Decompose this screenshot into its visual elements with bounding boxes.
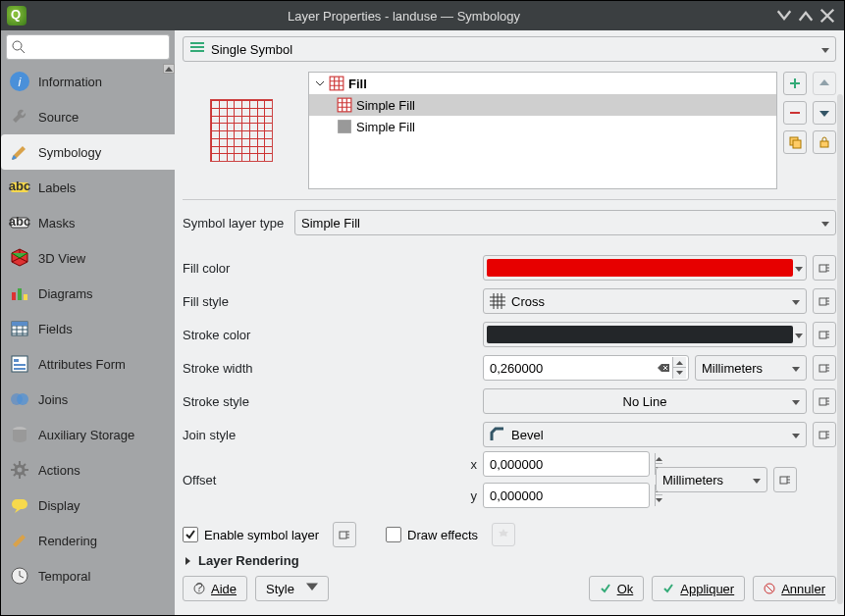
data-defined-button[interactable] [773,467,797,492]
fill-style-label: Fill style [183,294,477,309]
spin-up[interactable] [656,453,662,464]
wrench-icon [9,106,30,128]
move-down-button[interactable] [813,101,836,125]
sidebar-item-diagrams[interactable]: Diagrams [1,276,175,311]
offset-x-input[interactable] [490,457,655,472]
data-defined-button[interactable] [813,322,836,347]
svg-rect-13 [14,359,19,362]
sidebar-item-labels[interactable]: abc Labels [1,170,175,205]
data-defined-button[interactable] [813,255,836,281]
close-button[interactable] [817,5,838,26]
sidebar-item-temporal[interactable]: Temporal [1,558,175,593]
label-icon: abc [9,177,30,198]
join-style-combo[interactable]: Bevel [483,422,807,447]
sidebar-item-auxstorage[interactable]: Auxiliary Storage [1,417,175,452]
lock-layer-button[interactable] [813,130,836,154]
tree-row-fill[interactable]: Fill [309,73,776,94]
stroke-width-input[interactable] [490,361,655,376]
data-defined-button[interactable] [813,422,836,447]
crosshatch-swatch-icon [337,97,352,113]
stroke-width-units-combo[interactable]: Millimeters [695,355,807,381]
sidebar-item-information[interactable]: i Information [1,64,175,99]
style-button[interactable]: Style [255,576,329,601]
minimize-button[interactable] [773,5,795,26]
chevron-down-icon [792,361,800,376]
svg-rect-8 [18,288,22,300]
chevron-down-icon [821,42,829,57]
svg-point-17 [17,393,28,405]
sidebar-item-fields[interactable]: Fields [1,311,175,346]
layer-rendering-header[interactable]: Layer Rendering [183,553,836,568]
combo-value: Cross [511,294,545,309]
chart-icon [9,282,30,304]
cancel-button[interactable]: Annuler [753,576,836,601]
search-input[interactable] [6,34,170,60]
sidebar-item-3dview[interactable]: 3D View [1,240,175,276]
gear-icon [9,459,30,481]
symbol-layer-type-combo[interactable]: Simple Fill [294,210,836,235]
offset-x-spin[interactable] [483,451,650,477]
add-layer-button[interactable] [783,72,807,95]
sidebar-item-source[interactable]: Source [1,99,175,134]
renderer-label: Single Symbol [211,42,292,57]
draw-effects-checkbox[interactable] [386,527,401,542]
offset-y-spin[interactable] [483,483,650,508]
data-defined-button[interactable] [813,388,836,414]
tooltip-icon [9,494,30,516]
form-icon [9,353,30,375]
stroke-width-spin[interactable] [483,355,689,381]
svg-text:abc: abc [9,214,30,229]
svg-rect-34 [819,265,826,272]
move-up-button[interactable] [813,72,836,95]
sidebar-item-rendering[interactable]: Rendering [1,523,175,558]
data-defined-button[interactable] [813,355,836,381]
sidebar-item-display[interactable]: Display [1,488,175,523]
svg-rect-7 [12,292,16,300]
help-button[interactable]: ? Aide [183,576,247,601]
svg-rect-22 [190,46,204,48]
fill-color-label: Fill color [183,261,477,276]
duplicate-layer-button[interactable] [783,130,807,154]
sidebar-item-attributes-form[interactable]: Attributes Form [1,346,175,382]
collapse-icon[interactable] [315,77,325,91]
tree-row-simple-fill-2[interactable]: Simple Fill [309,116,776,137]
sidebar-item-masks[interactable]: abc Masks [1,205,175,240]
remove-layer-button[interactable] [783,101,807,125]
sidebar-item-actions[interactable]: Actions [1,452,175,488]
data-defined-button[interactable] [333,522,356,547]
symbol-layer-tree[interactable]: Fill Simple Fill Simple Fill [308,72,777,189]
tree-row-simple-fill-1[interactable]: Simple Fill [309,94,776,116]
spin-down[interactable] [656,495,662,506]
offset-units-combo[interactable]: Millimeters [656,467,767,492]
sidebar-item-symbology[interactable]: Symbology [1,134,175,170]
clear-icon[interactable] [655,359,672,377]
spin-down[interactable] [673,368,686,379]
main-scrollbar[interactable] [837,94,843,604]
enable-symbol-layer-checkbox[interactable] [183,527,198,542]
stroke-style-combo[interactable]: No Line [483,388,807,414]
sidebar-scroll-handle[interactable] [163,64,175,74]
fill-color-button[interactable] [483,255,807,281]
apply-button[interactable]: Appliquer [652,576,745,601]
sidebar-item-label: Source [38,110,79,125]
offset-y-input[interactable] [490,488,655,503]
brush-icon [9,141,30,163]
data-defined-button[interactable] [813,288,836,314]
sidebar-item-joins[interactable]: Joins [1,382,175,417]
svg-rect-40 [780,477,787,484]
stroke-color-button[interactable] [483,322,807,347]
fill-style-combo[interactable]: Cross [483,288,807,314]
expand-right-icon [183,556,192,566]
svg-rect-11 [12,322,27,326]
svg-rect-23 [190,50,204,52]
effects-config-button[interactable] [492,523,515,546]
cancel-icon [764,583,775,594]
check-icon [600,583,611,594]
ok-button[interactable]: Ok [589,576,645,601]
svg-rect-25 [330,77,343,90]
join-style-label: Join style [183,428,477,442]
spin-up[interactable] [673,357,686,368]
svg-rect-37 [819,365,826,372]
renderer-combo[interactable]: Single Symbol [183,36,836,62]
maximize-button[interactable] [795,5,817,26]
